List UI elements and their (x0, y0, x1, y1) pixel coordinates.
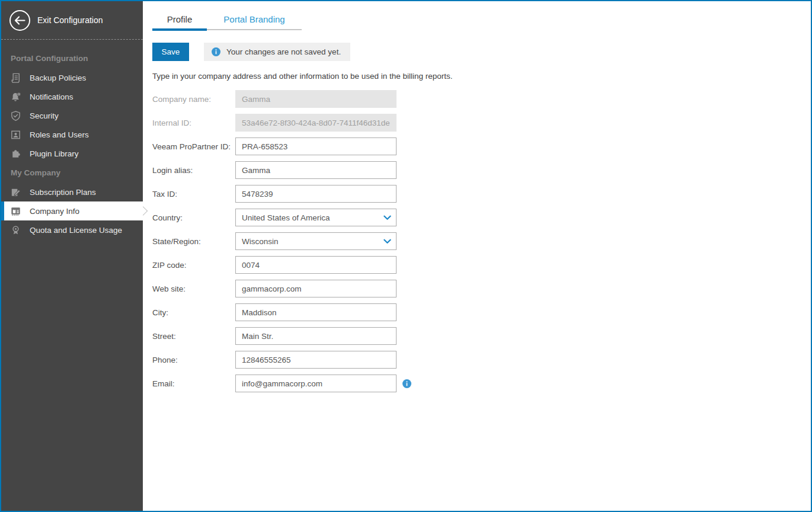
country-selected-value: United States of America (242, 213, 330, 222)
main-content: Profile Portal Branding Save Your change… (143, 1, 811, 511)
exit-configuration-label: Exit Configuration (37, 15, 103, 25)
web-site-field[interactable] (235, 280, 397, 297)
sidebar-item-label: Notifications (30, 92, 73, 101)
section-title-portal-configuration: Portal Configuration (1, 40, 143, 68)
sidebar: Exit Configuration Portal Configuration … (1, 1, 143, 511)
subscription-plans-icon (9, 186, 22, 199)
field-label: City: (152, 308, 235, 317)
field-label: Country: (152, 213, 235, 222)
backup-policies-icon (9, 72, 22, 84)
form-row-tax-id: Tax ID: (152, 185, 811, 203)
field-label: Login alias: (152, 166, 235, 175)
sidebar-item-roles-and-users[interactable]: Roles and Users (1, 125, 143, 144)
toolbar: Save Your changes are not saved yet. (152, 43, 811, 61)
chevron-down-icon (383, 239, 391, 244)
tab-portal-branding[interactable]: Portal Branding (207, 13, 302, 30)
veeam-propartner-id-field[interactable] (235, 137, 397, 155)
sidebar-item-notifications[interactable]: Notifications (1, 87, 143, 106)
sidebar-item-label: Roles and Users (30, 130, 89, 139)
city-field[interactable] (235, 303, 397, 321)
login-alias-field[interactable] (235, 161, 397, 179)
sidebar-item-backup-policies[interactable]: Backup Policies (1, 68, 143, 87)
form-row-state-region: State/Region: Wisconsin (152, 232, 811, 250)
tab-bar: Profile Portal Branding (152, 13, 302, 30)
field-label: Internal ID: (152, 119, 235, 127)
field-label: ZIP code: (152, 261, 235, 270)
tab-profile[interactable]: Profile (152, 13, 207, 30)
field-label: Phone: (152, 356, 235, 364)
sidebar-item-company-info[interactable]: Company Info (1, 201, 143, 220)
zip-code-field[interactable] (235, 256, 397, 274)
internal-id-field (235, 114, 397, 132)
sidebar-item-plugin-library[interactable]: Plugin Library (1, 144, 143, 163)
field-label: Veeam ProPartner ID: (152, 142, 235, 151)
sidebar-item-label: Company Info (30, 207, 79, 216)
sidebar-item-label: Subscription Plans (30, 188, 96, 197)
security-icon (9, 110, 22, 122)
company-name-field (235, 90, 397, 108)
section-title-my-company: My Company (1, 163, 143, 183)
sidebar-item-quota-and-license-usage[interactable]: Quota and License Usage (1, 220, 143, 239)
sidebar-item-subscription-plans[interactable]: Subscription Plans (1, 183, 143, 201)
form-row-street: Street: (152, 327, 811, 345)
form-row-phone: Phone: (152, 351, 811, 369)
street-field[interactable] (235, 327, 397, 345)
exit-configuration-button[interactable]: Exit Configuration (1, 1, 143, 40)
info-icon (212, 47, 220, 56)
form-row-propartner-id: Veeam ProPartner ID: (152, 137, 811, 155)
field-label: Tax ID: (152, 190, 235, 199)
sidebar-item-label: Plugin Library (30, 149, 79, 158)
plugin-library-icon (9, 148, 22, 160)
page-description: Type in your company address and other i… (152, 71, 811, 81)
country-select[interactable]: United States of America (235, 209, 397, 226)
form-row-city: City: (152, 303, 811, 321)
back-arrow-icon (9, 9, 31, 31)
unsaved-changes-banner: Your changes are not saved yet. (204, 43, 350, 61)
sidebar-item-security[interactable]: Security (1, 106, 143, 125)
state-region-select[interactable]: Wisconsin (235, 232, 397, 250)
sidebar-item-label: Quota and License Usage (30, 226, 122, 235)
form-row-login-alias: Login alias: (152, 161, 811, 179)
notifications-icon (9, 91, 22, 103)
sidebar-item-label: Security (30, 111, 59, 120)
company-info-icon (9, 205, 22, 217)
form-row-zip-code: ZIP code: (152, 256, 811, 274)
field-label: Company name: (152, 95, 235, 104)
email-info-icon[interactable] (402, 379, 411, 388)
form-row-internal-id: Internal ID: (152, 114, 811, 132)
tax-id-field[interactable] (235, 185, 397, 203)
unsaved-changes-message: Your changes are not saved yet. (226, 47, 341, 56)
field-label: Web site: (152, 284, 235, 293)
field-label: State/Region: (152, 237, 235, 246)
field-label: Email: (152, 379, 235, 388)
form-row-company-name: Company name: (152, 90, 811, 108)
chevron-down-icon (383, 215, 391, 220)
roles-and-users-icon (9, 129, 22, 141)
form-row-email: Email: (152, 375, 811, 392)
save-button[interactable]: Save (152, 43, 189, 61)
app-window: Exit Configuration Portal Configuration … (0, 0, 812, 512)
field-label: Street: (152, 332, 235, 341)
quota-license-icon (9, 224, 22, 236)
email-field[interactable] (235, 375, 397, 392)
phone-field[interactable] (235, 351, 397, 369)
sidebar-item-label: Backup Policies (30, 73, 86, 82)
form-row-country: Country: United States of America (152, 209, 811, 226)
form-row-web-site: Web site: (152, 280, 811, 297)
state-region-selected-value: Wisconsin (242, 237, 279, 246)
